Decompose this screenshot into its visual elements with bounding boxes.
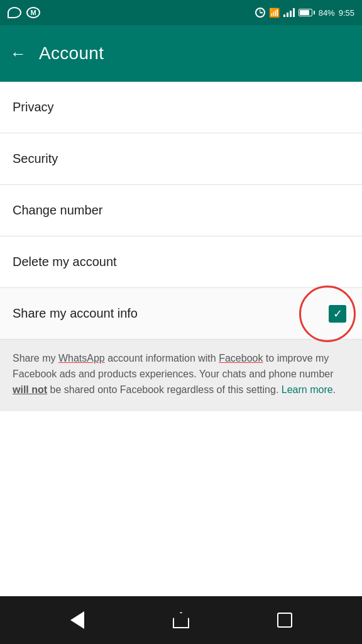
privacy-label: Privacy [13, 100, 54, 114]
back-button[interactable]: ← [10, 45, 26, 62]
description-text-1: Share my [13, 353, 58, 364]
chat-notification-icon [8, 7, 21, 18]
status-bar-right: 📶 84% 9:55 [255, 8, 354, 18]
nav-recents-button[interactable] [275, 610, 295, 630]
change-number-label: Change number [13, 203, 102, 218]
menu-item-privacy[interactable]: Privacy [0, 82, 362, 133]
security-label: Security [13, 152, 58, 166]
share-account-info-label: Share my account info [13, 306, 138, 321]
home-icon [173, 612, 189, 628]
nav-back-button[interactable] [67, 610, 87, 630]
status-bar-left: M [8, 7, 40, 18]
description-period: . [333, 384, 336, 395]
description-text-4: be shared onto Facebook regardless of th… [47, 384, 282, 395]
recents-icon [277, 613, 292, 628]
will-not-text: will not [13, 384, 47, 395]
motorola-icon: M [26, 7, 40, 18]
signal-bars-icon [283, 8, 295, 17]
clock-icon [255, 8, 265, 18]
share-account-info-checkbox[interactable]: ✓ [329, 305, 346, 323]
time-display: 9:55 [339, 8, 354, 18]
share-account-info-checkbox-wrapper: ✓ [326, 302, 349, 326]
menu-list: Privacy Security Change number Delete my… [0, 82, 362, 504]
battery-icon [299, 9, 315, 16]
share-account-description: Share my WhatsApp account information wi… [0, 340, 362, 411]
back-triangle-icon [70, 611, 84, 629]
delete-account-label: Delete my account [13, 255, 117, 269]
share-account-info-row[interactable]: Share my account info ✓ [0, 288, 362, 340]
facebook-underline: Facebook [219, 353, 263, 364]
bottom-navigation [0, 596, 362, 644]
description-text-2: account information with [105, 353, 219, 364]
status-bar: M 📶 84% 9:55 [0, 0, 362, 25]
wifi-icon: 📶 [269, 8, 280, 18]
menu-item-change-number[interactable]: Change number [0, 185, 362, 236]
menu-item-security[interactable]: Security [0, 133, 362, 185]
toolbar: ← Account [0, 25, 362, 82]
checkmark-icon: ✓ [333, 308, 343, 319]
learn-more-link[interactable]: Learn more [282, 384, 333, 395]
whatsapp-underline: WhatsApp [58, 353, 105, 364]
battery-percent: 84% [319, 8, 335, 18]
menu-item-delete-account[interactable]: Delete my account [0, 236, 362, 288]
page-title: Account [39, 43, 104, 64]
nav-home-button[interactable] [171, 610, 191, 630]
